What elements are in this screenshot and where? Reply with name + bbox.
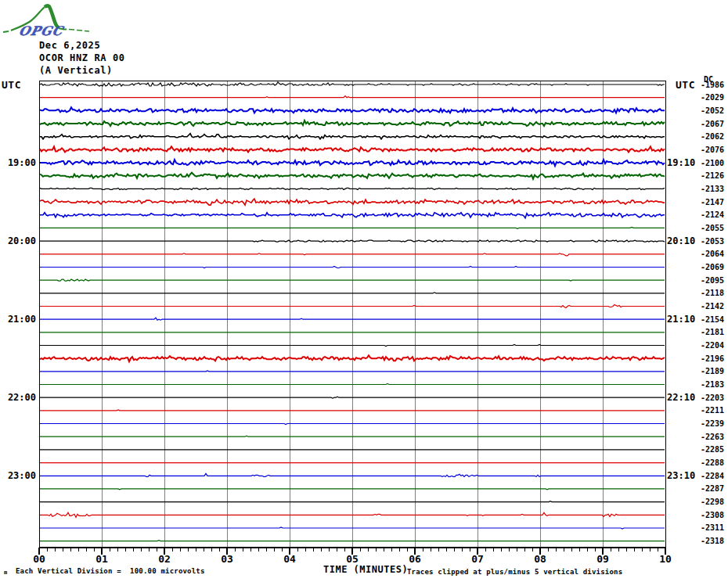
- dc-offset-value: -2311: [699, 523, 724, 532]
- right-time-label: 22:10: [667, 392, 701, 403]
- dc-offset-value: -2142: [699, 302, 724, 311]
- dc-offset-value: -2285: [699, 445, 724, 454]
- left-time-label: 19:00: [0, 157, 36, 168]
- dc-offset-value: -2100: [699, 159, 724, 167]
- dc-offset-value: -2189: [699, 367, 724, 375]
- dc-offset-value: -2064: [699, 250, 724, 258]
- left-time-label: 20:00: [0, 235, 36, 246]
- dc-offset-value: -2076: [699, 146, 724, 154]
- dc-offset-value: -2287: [699, 484, 724, 493]
- x-tick-label: 08: [528, 553, 553, 565]
- dc-offset-value: -2284: [699, 472, 724, 480]
- right-time-label: 20:10: [667, 235, 701, 246]
- dc-offset-value: -2183: [699, 380, 724, 389]
- dc-offset-value: -2288: [699, 458, 724, 467]
- dc-offset-value: -2095: [699, 276, 724, 285]
- dc-offset-value: -2263: [699, 433, 724, 441]
- dc-offset-value: -2147: [699, 198, 724, 207]
- dc-offset-value: -2069: [699, 263, 724, 271]
- dc-offset-value: -2052: [699, 106, 724, 115]
- dc-offset-value: -2055: [699, 224, 724, 232]
- x-tick-label: 10: [653, 553, 678, 565]
- left-time-label: 22:00: [0, 392, 36, 403]
- x-tick-label: 04: [277, 553, 302, 565]
- x-tick-label: 01: [89, 553, 114, 565]
- clip-note: Traces clipped at plus/minus 5 vertical …: [407, 568, 622, 576]
- footer-mark: m: [4, 569, 7, 576]
- right-time-label: 23:10: [667, 470, 701, 481]
- left-time-label: 21:00: [0, 314, 36, 325]
- x-tick-label: 06: [402, 553, 427, 565]
- dc-offset-value: -2308: [699, 511, 724, 519]
- x-tick-label: 03: [214, 553, 240, 565]
- scale-note: Each Vertical Division = 100.00 microvol…: [16, 567, 205, 575]
- left-time-label: 23:00: [0, 470, 36, 481]
- dc-offset-value: -2154: [699, 315, 724, 324]
- dc-offset-value: -2196: [699, 354, 724, 363]
- dc-offset-value: -2067: [699, 120, 724, 128]
- dc-offset-value: -2211: [699, 406, 724, 415]
- dc-offset-value: -2318: [699, 537, 724, 545]
- dc-offset-value: -2118: [699, 289, 724, 297]
- dc-offset-value: -2062: [699, 132, 724, 141]
- dc-offset-value: -2133: [699, 185, 724, 193]
- dc-offset-value: -2029: [699, 93, 724, 102]
- dc-offset-value: -2298: [699, 498, 724, 506]
- x-tick-label: 09: [590, 553, 615, 565]
- dc-offset-value: -2239: [699, 419, 724, 428]
- x-tick-label: 05: [340, 553, 365, 565]
- dc-offset-value: -2126: [699, 171, 724, 180]
- dc-offset-value: -2053: [699, 237, 724, 246]
- helicorder-page: OPGC Dec 6,2025 OCOR HNZ RA 00 (A Vertic…: [0, 0, 728, 582]
- right-time-label: 19:10: [667, 157, 701, 168]
- dc-offset-value: -1986: [699, 81, 724, 89]
- x-tick-label: 07: [465, 553, 490, 565]
- x-axis-title: TIME (MINUTES): [323, 564, 408, 575]
- right-time-label: 21:10: [667, 314, 701, 325]
- dc-offset-value: -2203: [699, 393, 724, 402]
- dc-offset-value: -2124: [699, 210, 724, 219]
- x-tick-label: 00: [27, 553, 52, 565]
- x-tick-label: 02: [152, 553, 177, 565]
- helicorder-plot: [0, 0, 728, 582]
- dc-offset-value: -2181: [699, 328, 724, 336]
- dc-offset-value: -2204: [699, 341, 724, 350]
